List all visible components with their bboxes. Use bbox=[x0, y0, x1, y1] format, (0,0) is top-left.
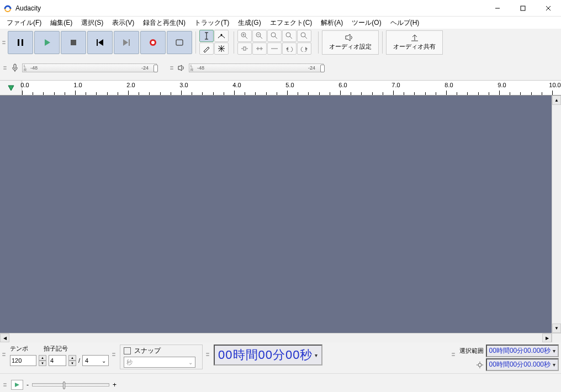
record-button[interactable] bbox=[140, 31, 166, 54]
snap-panel: スナップ 秒 bbox=[120, 345, 203, 369]
svg-marker-46 bbox=[346, 34, 350, 41]
svg-marker-7 bbox=[45, 39, 50, 46]
svg-marker-11 bbox=[123, 39, 128, 46]
trim-button[interactable] bbox=[237, 43, 252, 55]
skip-start-button[interactable] bbox=[87, 31, 113, 54]
toolbar-grip[interactable] bbox=[206, 345, 209, 364]
selection-label: 選択範囲 bbox=[459, 347, 484, 355]
titlebar: Audacity bbox=[0, 0, 561, 17]
pause-button[interactable] bbox=[8, 31, 33, 54]
selection-tool[interactable] bbox=[199, 30, 214, 42]
record-meter[interactable]: LR -48-24 bbox=[22, 63, 157, 72]
toolbar-grip[interactable] bbox=[170, 58, 173, 78]
zoom-out-button[interactable] bbox=[252, 30, 267, 42]
scroll-up[interactable]: ▲ bbox=[552, 96, 561, 105]
toolbar-grip[interactable] bbox=[2, 345, 6, 364]
scroll-right[interactable]: ▶ bbox=[542, 333, 552, 342]
toolbar-grip[interactable] bbox=[112, 345, 115, 364]
menu-transport[interactable]: 録音と再生(N) bbox=[139, 17, 190, 29]
horizontal-scrollbar[interactable]: ◀ ▶ bbox=[0, 333, 561, 342]
playback-meter[interactable]: LR -48-24 bbox=[189, 63, 324, 72]
share-audio-button[interactable]: オーディオ共有 bbox=[386, 30, 443, 55]
timesig-num-down[interactable]: ▼ bbox=[68, 361, 76, 366]
envelope-tool[interactable] bbox=[214, 30, 229, 42]
meter-slider[interactable] bbox=[154, 65, 158, 72]
scroll-down[interactable]: ▼ bbox=[552, 324, 561, 333]
timesig-num-up[interactable]: ▲ bbox=[68, 355, 76, 361]
menu-generate[interactable]: 生成(G) bbox=[234, 17, 265, 29]
svg-line-32 bbox=[275, 36, 277, 39]
zoom-in-button[interactable] bbox=[237, 30, 252, 42]
snap-unit-dropdown[interactable]: 秒 bbox=[124, 357, 195, 368]
minimize-button[interactable] bbox=[485, 0, 510, 17]
svg-marker-51 bbox=[178, 65, 182, 71]
menubar: ファイル(F) 編集(E) 選択(S) 表示(V) 録音と再生(N) トラック(… bbox=[0, 17, 561, 29]
undo-button[interactable] bbox=[282, 43, 297, 55]
selection-range-panel: 選択範囲 00時間00分00.000秒▾ 00時間00分00.000秒▾ bbox=[459, 345, 559, 371]
tracks-canvas[interactable] bbox=[0, 96, 552, 333]
menu-analyze[interactable]: 解析(A) bbox=[316, 17, 347, 29]
redo-button[interactable] bbox=[297, 43, 311, 55]
selection-end[interactable]: 00時間00分00.000秒▾ bbox=[486, 358, 559, 371]
menu-file[interactable]: ファイル(F) bbox=[2, 17, 46, 29]
speaker-icon bbox=[345, 34, 356, 41]
timeline-ruler[interactable]: 0.01.02.03.04.05.06.07.08.09.010.0 bbox=[0, 80, 561, 96]
svg-marker-58 bbox=[15, 383, 19, 387]
menu-edit[interactable]: 編集(E) bbox=[46, 17, 77, 29]
scroll-left[interactable]: ◀ bbox=[0, 333, 9, 342]
speed-slider[interactable] bbox=[32, 383, 109, 386]
tracks-area: ▲ ▼ bbox=[0, 96, 561, 333]
multi-tool[interactable] bbox=[214, 43, 229, 55]
svg-point-14 bbox=[151, 41, 155, 44]
fit-selection-button[interactable] bbox=[267, 30, 282, 42]
menu-effect[interactable]: エフェクト(C) bbox=[266, 17, 317, 29]
mic-icon[interactable] bbox=[10, 63, 20, 73]
speaker-icon[interactable] bbox=[177, 63, 187, 73]
fit-project-button[interactable] bbox=[282, 30, 297, 42]
svg-marker-52 bbox=[8, 86, 14, 91]
menu-tools[interactable]: ツール(O) bbox=[347, 17, 385, 29]
menu-tracks[interactable]: トラック(T) bbox=[190, 17, 234, 29]
speed-thumb[interactable] bbox=[63, 382, 65, 389]
play-at-speed-toolbar: - + bbox=[0, 373, 561, 392]
svg-rect-5 bbox=[18, 39, 19, 46]
silence-button[interactable] bbox=[252, 43, 267, 55]
gear-icon[interactable] bbox=[476, 361, 484, 369]
timesig-numerator[interactable] bbox=[49, 355, 66, 366]
draw-tool[interactable] bbox=[199, 43, 214, 55]
time-display[interactable]: 00時間00分00秒▾ bbox=[214, 345, 322, 365]
app-logo-icon bbox=[3, 4, 12, 13]
selection-start[interactable]: 00時間00分00.000秒▾ bbox=[486, 345, 559, 357]
svg-rect-39 bbox=[244, 47, 246, 50]
toolbar-grip[interactable] bbox=[3, 375, 7, 392]
svg-marker-10 bbox=[98, 39, 103, 46]
play-button[interactable] bbox=[34, 31, 60, 54]
svg-point-35 bbox=[301, 33, 305, 37]
svg-rect-2 bbox=[521, 6, 525, 10]
sync-lock-button[interactable] bbox=[267, 43, 282, 55]
vertical-scrollbar[interactable]: ▲ ▼ bbox=[552, 96, 561, 333]
snap-checkbox[interactable] bbox=[124, 347, 131, 354]
menu-view[interactable]: 表示(V) bbox=[108, 17, 139, 29]
menu-select[interactable]: 選択(S) bbox=[77, 17, 108, 29]
svg-point-19 bbox=[221, 34, 223, 36]
maximize-button[interactable] bbox=[510, 0, 536, 17]
tempo-down[interactable]: ▼ bbox=[39, 361, 46, 366]
play-at-speed-button[interactable] bbox=[11, 380, 23, 390]
zoom-toggle-button[interactable] bbox=[297, 30, 311, 42]
meter-slider[interactable] bbox=[320, 65, 325, 72]
tempo-input[interactable] bbox=[10, 355, 36, 366]
tempo-up[interactable]: ▲ bbox=[39, 355, 46, 361]
svg-rect-9 bbox=[97, 39, 98, 46]
stop-button[interactable] bbox=[61, 31, 86, 54]
loop-button[interactable] bbox=[167, 31, 192, 54]
close-button[interactable] bbox=[536, 0, 561, 17]
toolbar-grip[interactable] bbox=[3, 58, 7, 78]
menu-help[interactable]: ヘルプ(H) bbox=[386, 17, 424, 29]
skip-end-button[interactable] bbox=[114, 31, 139, 54]
audio-setup-button[interactable]: オーディオ設定 bbox=[322, 30, 379, 55]
svg-line-36 bbox=[305, 36, 307, 39]
toolbar-grip[interactable] bbox=[452, 345, 455, 364]
timesig-denominator[interactable]: 4 bbox=[82, 355, 109, 366]
toolbar-grip[interactable] bbox=[2, 33, 6, 52]
